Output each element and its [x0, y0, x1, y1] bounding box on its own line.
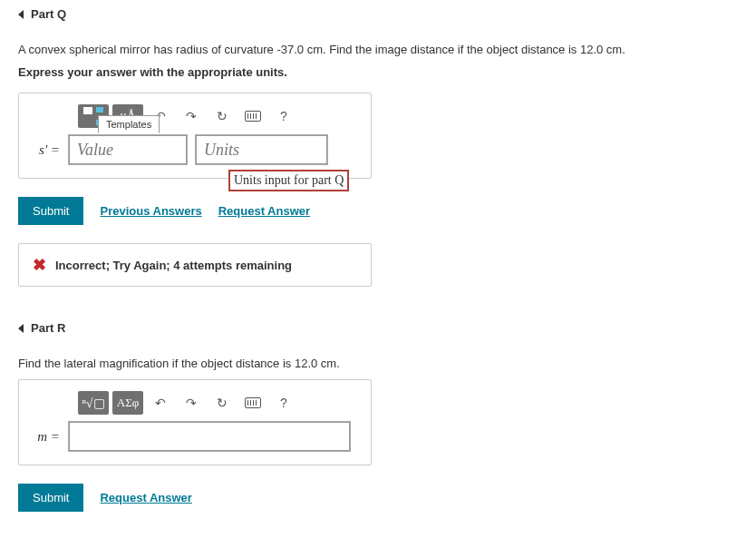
incorrect-icon: ✖ — [33, 255, 46, 275]
units-input[interactable] — [196, 135, 327, 164]
value-input[interactable] — [69, 135, 187, 164]
part-q-title: Part Q — [31, 7, 66, 21]
sqrt-icon: ⁿ√▢ — [82, 396, 104, 411]
part-r-question: Find the lateral magnification if the ob… — [18, 356, 738, 372]
greek-icon: ΑΣφ — [117, 396, 139, 410]
help-icon: ? — [280, 396, 287, 410]
keyboard-icon — [245, 111, 261, 122]
request-answer-link[interactable]: Request Answer — [218, 204, 310, 218]
help-button[interactable]: ? — [270, 104, 297, 128]
feedback-box: ✖ Incorrect; Try Again; 4 attempts remai… — [18, 243, 372, 287]
redo-button[interactable]: ↷ — [178, 104, 205, 128]
part-r-title: Part R — [31, 321, 65, 335]
part-q-header[interactable]: Part Q — [0, 0, 756, 28]
submit-button[interactable]: Submit — [18, 484, 83, 512]
part-q-question: A convex spherical mirror has radius of … — [18, 42, 738, 58]
part-r-toolbar: ⁿ√▢ ΑΣφ ↶ ↷ ↻ ? — [78, 391, 357, 415]
reset-button[interactable]: ↻ — [208, 391, 236, 415]
submit-button[interactable]: Submit — [18, 197, 83, 225]
reset-icon: ↻ — [217, 396, 228, 410]
request-answer-link[interactable]: Request Answer — [100, 491, 191, 504]
part-r-header[interactable]: Part R — [0, 314, 756, 342]
redo-icon: ↷ — [186, 396, 197, 410]
caret-icon — [18, 324, 24, 333]
part-q-section: A convex spherical mirror has radius of … — [0, 42, 756, 287]
sqrt-tool-button[interactable]: ⁿ√▢ — [78, 391, 109, 415]
reset-icon: ↻ — [217, 109, 228, 123]
part-r-input-row: m = — [33, 422, 357, 451]
part-q-actions: Submit Previous Answers Request Answer — [18, 197, 738, 225]
part-q-input-row: Templates s' = Units input for part Q — [33, 135, 357, 164]
part-q-instruction: Express your answer with the appropriate… — [18, 65, 738, 79]
undo-button[interactable]: ↶ — [147, 391, 174, 415]
help-button[interactable]: ? — [270, 391, 297, 415]
redo-button[interactable]: ↷ — [178, 391, 205, 415]
part-r-var-label: m = — [33, 429, 60, 445]
keyboard-button[interactable] — [239, 104, 267, 128]
previous-answers-link[interactable]: Previous Answers — [100, 204, 201, 218]
greek-symbols-button[interactable]: ΑΣφ — [112, 391, 143, 415]
part-q-answer-box: μÅ ↶ ↷ ↻ ? Templates s' = Units input f — [18, 93, 372, 179]
part-r-answer-box: ⁿ√▢ ΑΣφ ↶ ↷ ↻ ? m = — [18, 379, 372, 465]
keyboard-button[interactable] — [239, 391, 267, 415]
part-r-actions: Submit Request Answer — [18, 484, 738, 512]
templates-tab[interactable]: Templates — [98, 115, 160, 133]
caret-icon — [18, 10, 24, 19]
part-r-section: Find the lateral magnification if the ob… — [0, 356, 756, 512]
feedback-message: Incorrect; Try Again; 4 attempts remaini… — [55, 259, 292, 272]
units-tooltip: Units input for part Q — [228, 170, 349, 191]
redo-icon: ↷ — [186, 109, 197, 123]
magnification-input[interactable] — [69, 422, 350, 451]
undo-icon: ↶ — [155, 396, 166, 410]
help-icon: ? — [280, 109, 287, 123]
reset-button[interactable]: ↻ — [208, 104, 236, 128]
part-q-var-label: s' = — [33, 142, 60, 158]
keyboard-icon — [245, 397, 261, 408]
